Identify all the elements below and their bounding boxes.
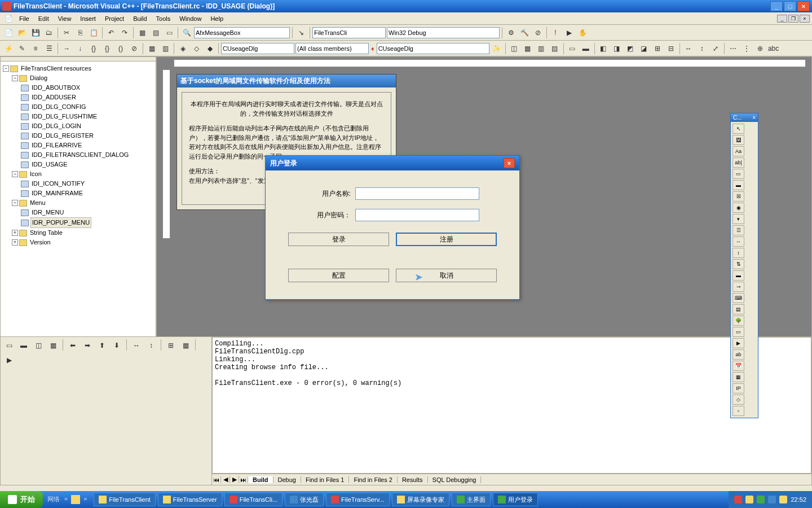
tb2-icon-22[interactable]: ▥ <box>535 42 548 55</box>
tb2-icon-12[interactable]: ▥ <box>159 42 171 55</box>
tb2-icon-25[interactable]: ▬ <box>580 42 592 55</box>
tb2-icon-15[interactable]: ◆ <box>204 42 216 55</box>
tb2-icon-9[interactable]: () <box>114 42 127 55</box>
close-button[interactable]: × <box>797 1 810 11</box>
tray-icon[interactable] <box>779 496 787 503</box>
tb2-icon-4[interactable]: ☰ <box>43 42 55 55</box>
config-button[interactable]: 配置 <box>288 269 389 282</box>
quick-launch-label[interactable]: 网络 <box>46 495 61 504</box>
tree-menu-folder[interactable]: Menu <box>29 198 47 208</box>
task-item[interactable]: 张光磊 <box>285 493 324 506</box>
tb2-icon-32[interactable]: ↔ <box>682 42 695 55</box>
find-icon[interactable]: 🔍 <box>180 27 193 39</box>
tool-tab-icon[interactable]: ▭ <box>732 327 744 337</box>
chevron-icon[interactable]: » <box>82 495 88 504</box>
task-item-active[interactable]: 用户登录 <box>493 493 538 506</box>
compile-icon[interactable]: ⚙ <box>505 27 517 39</box>
tb2-icon-7[interactable]: {} <box>87 42 100 55</box>
minimize-button[interactable]: _ <box>770 1 783 11</box>
layout-icon[interactable]: ▬ <box>17 339 30 352</box>
task-item[interactable]: FileTransClient <box>94 493 156 506</box>
tray-icon[interactable] <box>768 496 776 503</box>
quick-launch-icon[interactable] <box>71 495 80 504</box>
login-close-button[interactable]: × <box>504 158 515 168</box>
cut-icon[interactable]: ✂ <box>60 27 73 39</box>
tool-edit-icon[interactable]: ab| <box>732 157 744 168</box>
filter-combo[interactable] <box>295 43 369 54</box>
tool-progress-icon[interactable]: ▬ <box>732 270 744 281</box>
tool-group-icon[interactable]: ▭ <box>732 169 744 179</box>
menu-project[interactable]: Project <box>100 14 129 23</box>
output-icon[interactable]: ▤ <box>149 27 162 39</box>
task-item[interactable]: FileTransServ... <box>326 493 389 506</box>
tree-item[interactable]: IDD_DLG_FLUSHTIME <box>30 112 98 121</box>
execute-icon[interactable]: ! <box>549 27 562 39</box>
tree-toggle-icon[interactable]: − <box>12 75 18 81</box>
new-icon[interactable]: 📄 <box>2 27 15 39</box>
task-item[interactable]: FileTransCli... <box>224 493 283 506</box>
align-top-icon[interactable]: ⬆ <box>96 339 108 352</box>
tb2-icon-37[interactable]: ⊕ <box>754 42 766 55</box>
tb2-icon-30[interactable]: ⊞ <box>651 42 664 55</box>
tool-richedit-icon[interactable]: ab <box>732 349 744 360</box>
tab-nav-prev[interactable]: ◀ <box>221 476 230 483</box>
menu-build[interactable]: Build <box>129 14 151 23</box>
tool-month-icon[interactable]: ▦ <box>732 372 744 382</box>
paste-icon[interactable]: 📋 <box>87 27 100 39</box>
tool-button-icon[interactable]: ▬ <box>732 180 744 190</box>
project-combo[interactable] <box>312 27 386 38</box>
tb2-icon-2[interactable]: ✎ <box>16 42 28 55</box>
start-button[interactable]: 开始 <box>0 491 43 508</box>
tb2-icon-31[interactable]: ⊟ <box>665 42 677 55</box>
menu-insert[interactable]: Insert <box>76 14 100 23</box>
tree-version-folder[interactable]: Version <box>29 238 52 247</box>
tree-root[interactable]: FileTransClient resources <box>20 64 92 73</box>
tab-nav-first[interactable]: ⏮ <box>212 476 221 483</box>
workspace-icon[interactable]: ▦ <box>136 27 148 39</box>
tb2-icon-20[interactable]: ◫ <box>508 42 520 55</box>
tree-item[interactable]: IDI_ICON_NOTIFY <box>30 179 86 189</box>
tool-extended-icon[interactable]: ▫ <box>732 406 744 416</box>
tool-custom-icon[interactable]: ◇ <box>732 395 744 405</box>
tab-nav-last[interactable]: ⏭ <box>239 476 248 483</box>
toolbox-titlebar[interactable]: C... × <box>731 113 758 122</box>
member-combo[interactable] <box>377 43 489 54</box>
stop-build-icon[interactable]: ⊘ <box>532 27 544 39</box>
output-tab-results[interactable]: Results <box>398 476 428 483</box>
align-left-icon[interactable]: ⬅ <box>67 339 79 352</box>
tb2-icon-34[interactable]: ⤢ <box>709 42 722 55</box>
controls-toolbox[interactable]: C... × ↖ 🖼 Aa ab| ▭ ▬ ☒ ◉ ▾ ☰ ↔ ↕ ⇅ ▬ ⊸ … <box>730 113 758 418</box>
tool-datetime-icon[interactable]: 📅 <box>732 361 744 371</box>
tool-radio-icon[interactable]: ◉ <box>732 203 744 213</box>
menu-edit[interactable]: Edit <box>34 14 54 23</box>
task-item[interactable]: 屏幕录像专家 <box>392 493 449 506</box>
tray-icon[interactable] <box>734 496 742 503</box>
username-input[interactable] <box>355 187 479 200</box>
tab-nav-next[interactable]: ▶ <box>230 476 239 483</box>
tool-hscroll-icon[interactable]: ↔ <box>732 237 744 247</box>
tb2-icon-5[interactable]: → <box>60 42 73 55</box>
tool-picture-icon[interactable]: 🖼 <box>732 135 744 145</box>
find-combo[interactable] <box>194 27 290 38</box>
tree-toggle-icon[interactable]: + <box>12 230 18 236</box>
tb2-icon-26[interactable]: ◧ <box>597 42 610 55</box>
tree-item-selected[interactable]: IDR_POPUP_MENU <box>30 217 91 228</box>
class-combo[interactable] <box>221 43 294 54</box>
menu-window[interactable]: Window <box>175 14 206 23</box>
layout-icon[interactable]: ▦ <box>47 339 59 352</box>
maximize-button[interactable]: □ <box>784 1 796 11</box>
register-button[interactable]: 注册 <box>396 233 497 246</box>
tb2-icon-23[interactable]: ▤ <box>549 42 561 55</box>
tb2-icon-33[interactable]: ↕ <box>696 42 708 55</box>
grid-icon[interactable]: ⊞ <box>165 339 177 352</box>
tool-combo-icon[interactable]: ▾ <box>732 214 744 224</box>
goto-icon[interactable]: ↘ <box>295 27 307 39</box>
tb2-icon-1[interactable]: ⚡ <box>2 42 15 55</box>
tb2-icon-24[interactable]: ▭ <box>566 42 579 55</box>
tree-item[interactable]: IDD_USAGE <box>30 160 69 169</box>
doc-icon[interactable]: 📄 <box>2 12 15 25</box>
login-titlebar[interactable]: 用户登录 × <box>266 156 519 170</box>
align-bottom-icon[interactable]: ⬇ <box>111 339 123 352</box>
tb2-icon-6[interactable]: ↓ <box>74 42 86 55</box>
center-v-icon[interactable]: ↕ <box>145 339 157 352</box>
